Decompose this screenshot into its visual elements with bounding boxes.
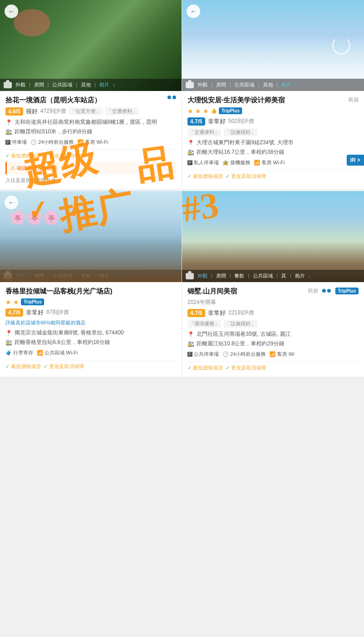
stars-row-2: ★ ★ ★ 👍 TripPlus bbox=[187, 107, 359, 115]
price-guarantee-2: ✓ 最低價格保證 bbox=[187, 173, 223, 180]
location-icon-4: 📍 bbox=[187, 331, 194, 339]
ir-badge[interactable]: IR > bbox=[347, 155, 364, 166]
star-3b: ★ bbox=[13, 298, 19, 306]
hotel-info-3: 香格里拉倾城一品客栈(月光广场店) ★ ★ TripPlus 4.7/5 非常好… bbox=[0, 282, 182, 375]
distance-text-4: 距離麗江站10.8公里，車程約29分鐘 bbox=[197, 340, 284, 348]
opened-year-4: 2024年開幕 bbox=[187, 298, 359, 306]
star-3: ★ bbox=[203, 107, 209, 115]
tag-1a: 「位置方便」 bbox=[69, 107, 102, 115]
hotel-image-3[interactable]: ← 外觀 | 房間 | 公共區域 | 其他 | 相片 › bbox=[0, 191, 182, 282]
wifi-icon-3: 📶 bbox=[37, 350, 43, 356]
distance-row-3: 🚉 距離香格里拉站6.6公里，車程約16分鐘 bbox=[5, 339, 176, 347]
hotel-info-4: 锦墅.山月间美宿 民宿 TripPlus 2024年開幕 4.7/5 非常好 2… bbox=[182, 282, 364, 377]
amenities-row-4: 🅿 公共停車場 🕐 24小時前台服務 📶 客房 Wi bbox=[187, 351, 359, 358]
cancel-policy-2: ✓ 更改及取消保障 bbox=[226, 173, 266, 180]
rating-score-1: 4.6/5 bbox=[5, 107, 23, 116]
tag-2a: 「交通便利」 bbox=[187, 128, 221, 136]
thumbs-icon: 👍 bbox=[211, 108, 217, 114]
distance-text-2: 距離大理站16.7公里，車程約38分鐘 bbox=[197, 148, 284, 156]
location-icon-2: 📍 bbox=[187, 139, 194, 147]
train-icon-1: 🚉 bbox=[5, 128, 12, 136]
camera-icon-4 bbox=[186, 273, 194, 279]
hotel-image-1[interactable]: ← 外觀 | 房間 | 公共區域 | 其他 | 相片 › bbox=[0, 0, 182, 91]
photo-tabs-1: 外觀 | 房間 | 公共區域 | 其他 | 相片 › bbox=[0, 79, 182, 91]
hotel-name-1: 拾花一境酒店（昆明火车站店） bbox=[5, 96, 167, 105]
review-count-3: 87則評價 bbox=[46, 308, 69, 316]
cancel-policy-3: ✓ 更改及取消保障 bbox=[44, 363, 84, 370]
parking-2: 🅿 私人停車場 bbox=[187, 159, 219, 166]
parking-1: 🅿 停車場 bbox=[5, 139, 27, 146]
link-1a[interactable]: 入住及退房 bbox=[5, 177, 30, 184]
photo-tabs-4: 外觀 | 房間 | 餐飲 | 公共區域 | 其 | 相片 › bbox=[182, 270, 364, 282]
hotel-type-2: 民宿 bbox=[349, 96, 359, 103]
photo-tab-public-4[interactable]: 公共區域 bbox=[253, 273, 273, 279]
wifi-3: 📶 公共區域 Wi-Fi bbox=[37, 349, 78, 356]
photo-tab-photos-2[interactable]: 相片 bbox=[281, 81, 291, 88]
hotel-card-4: 外觀 | 房間 | 餐飲 | 公共區域 | 其 | 相片 › 锦墅.山月间美宿 bbox=[182, 191, 364, 377]
address-row-3: 📍 獨克宗古城金龍街東廊8號, 香格里拉, 674400 bbox=[5, 329, 176, 337]
rating-row-3: 4.7/5 非常好 87則評價 bbox=[5, 308, 176, 317]
photo-tab-public-1[interactable]: 公共區域 bbox=[52, 81, 72, 88]
tags-row-4: 「環境優雅」 「設施很好」 bbox=[187, 320, 359, 328]
photo-tab-room-3[interactable]: 房間 bbox=[34, 273, 44, 279]
photo-tab-photos-1[interactable]: 相片 bbox=[99, 81, 109, 88]
photo-tab-public-3[interactable]: 公共區域 bbox=[52, 273, 72, 279]
photo-tab-other-3[interactable]: 其他 bbox=[81, 273, 91, 279]
photo-tab-exterior-2[interactable]: 外觀 bbox=[197, 81, 207, 88]
photo-tab-room-2[interactable]: 房間 bbox=[216, 81, 226, 88]
back-button-1[interactable]: ← bbox=[5, 5, 18, 18]
address-text-2: 大理古城東門村果子園9組234號, 大理市 bbox=[197, 139, 293, 147]
hotel-info-2: 大理悦安居·生活美学设计师美宿 民宿 ★ ★ ★ 👍 TripPlus 4.7/… bbox=[182, 91, 364, 185]
photo-tab-exterior-1[interactable]: 外觀 bbox=[15, 81, 25, 88]
distance-row-2: 🚉 距離大理站16.7公里，車程約38分鐘 bbox=[187, 148, 359, 157]
check-icon-2b: ✓ bbox=[226, 173, 230, 179]
price-guarantee-3: ✓ 最低價格保證 bbox=[5, 363, 41, 370]
photo-tab-public-2[interactable]: 公共區域 bbox=[234, 81, 254, 88]
photo-tab-photos-4[interactable]: 相片 bbox=[295, 273, 305, 279]
photo-tab-other-1[interactable]: 其他 bbox=[81, 81, 91, 88]
photo-tab-exterior-3[interactable]: 外觀 bbox=[15, 273, 25, 279]
camera-icon-1 bbox=[4, 82, 12, 88]
cancel-policy-1: ✓ 更改及取消保障 bbox=[44, 152, 84, 159]
photo-tab-exterior-4[interactable]: 外觀 bbox=[197, 273, 207, 279]
amenities-row-1: 🅿 停車場 🕐 24小時前台服務 📶 客房 Wi-Fi bbox=[5, 139, 176, 146]
photo-tab-dining-4[interactable]: 餐飲 bbox=[234, 273, 244, 279]
back-button-2[interactable]: ← bbox=[187, 5, 200, 18]
photo-tab-room-1[interactable]: 房間 bbox=[34, 81, 44, 88]
hotel-image-4[interactable]: 外觀 | 房間 | 餐飲 | 公共區域 | 其 | 相片 › bbox=[182, 191, 364, 282]
photo-tabs-3: 外觀 | 房間 | 公共區域 | 其他 | 相片 › bbox=[0, 270, 182, 282]
photo-tab-room-4[interactable]: 房間 bbox=[216, 273, 226, 279]
train-icon-2: 🚉 bbox=[187, 149, 194, 157]
check-icon-3: ✓ bbox=[5, 364, 10, 369]
check-icon-2: ✓ bbox=[187, 173, 192, 179]
rating-score-4: 4.7/5 bbox=[187, 309, 205, 317]
wifi-1: 📶 客房 Wi-Fi bbox=[77, 139, 108, 146]
location-icon-3: 📍 bbox=[5, 329, 12, 337]
tag-2b: 「設施很好」 bbox=[224, 128, 258, 136]
star-2: ★ bbox=[195, 107, 201, 115]
photo-tab-other-2[interactable]: 其他 bbox=[263, 81, 273, 88]
parking-icon-2: 🅿 bbox=[187, 160, 192, 166]
hotel-image-2[interactable]: ← 外觀 | 房間 | 公共區域 | 其他 | 相片 › bbox=[182, 0, 364, 91]
address-text-4: 北門社區玉河商場巷35號, 古城區, 麗江 bbox=[197, 330, 291, 338]
photo-tab-photos-3[interactable]: 相片 bbox=[99, 273, 109, 279]
address-row-4: 📍 北門社區玉河商場巷35號, 古城區, 麗江 bbox=[187, 330, 359, 339]
wifi-icon-2: 📶 bbox=[254, 160, 260, 166]
review-count-1: 472則評價 bbox=[40, 107, 66, 115]
reception-1: 🕐 24小時前台服務 bbox=[30, 139, 74, 146]
back-button-3[interactable]: ← bbox=[5, 196, 18, 209]
guarantee-row-3: ✓ 最低價格保證 ✓ 更改及取消保障 bbox=[5, 360, 176, 370]
link-1b[interactable]: 房間及住 bbox=[36, 177, 56, 184]
alert-text-1: 確認酒店入住日期 bbox=[17, 165, 57, 172]
tag-1b: 「交通便利」 bbox=[105, 107, 139, 115]
alert-icon-1: ⚠ bbox=[10, 165, 15, 171]
rating-label-3: 非常好 bbox=[26, 308, 44, 317]
hotel-card-3: ← 外觀 | 房間 | 公共區域 | 其他 | 相片 › bbox=[0, 191, 182, 377]
tags-row-2: 「交通便利」 「設施很好」 bbox=[187, 128, 359, 136]
amenities-row-3: 🧳 行李寄存 📶 公共區域 Wi-Fi bbox=[5, 349, 176, 356]
hotel-name-2: 大理悦安居·生活美学设计师美宿 bbox=[187, 96, 347, 105]
camera-icon-3 bbox=[4, 273, 12, 279]
reception-4: 🕐 24小時前台服務 bbox=[222, 351, 266, 358]
photo-tab-other-4[interactable]: 其 bbox=[281, 273, 286, 279]
check-icon-3b: ✓ bbox=[44, 364, 48, 369]
